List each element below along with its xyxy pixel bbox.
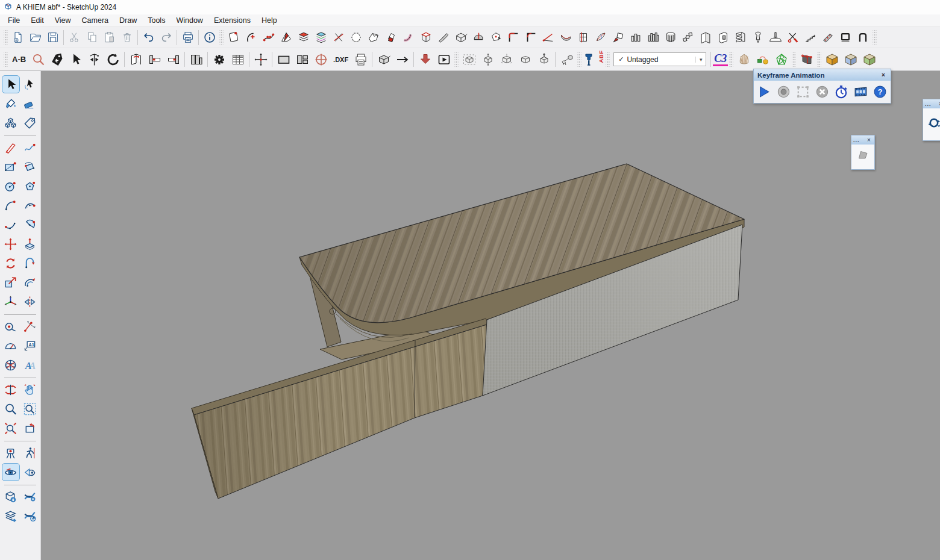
cube-orange-icon[interactable] xyxy=(822,50,841,69)
tool-text-3d[interactable]: AA xyxy=(21,356,39,374)
frame-monitor-icon[interactable] xyxy=(836,29,854,46)
tool-section-view[interactable] xyxy=(21,463,39,481)
kf-stopwatch-button[interactable] xyxy=(833,84,849,101)
band-curve-icon[interactable] xyxy=(557,29,574,46)
tool-tape-measure[interactable] xyxy=(2,317,20,335)
fold-panel-icon[interactable] xyxy=(697,29,714,46)
toolbar-grip-handle[interactable] xyxy=(792,52,796,67)
model-3d-view[interactable] xyxy=(41,71,940,560)
columns-b-icon[interactable] xyxy=(644,29,662,46)
angle-red-icon[interactable] xyxy=(539,29,557,46)
tool-eraser[interactable] xyxy=(21,95,39,113)
tool-arc-three-point[interactable] xyxy=(2,216,20,234)
tool-text[interactable]: A1 xyxy=(21,337,39,355)
cube-green-icon[interactable] xyxy=(860,50,879,69)
menu-window[interactable]: Window xyxy=(171,15,208,26)
cube-blue-icon[interactable] xyxy=(841,50,860,69)
box-iso-icon[interactable] xyxy=(374,50,393,69)
rotate-tool-icon[interactable] xyxy=(104,50,122,69)
move-point-icon[interactable] xyxy=(251,50,270,69)
undo-icon[interactable] xyxy=(140,29,157,46)
flat-arrow-icon[interactable] xyxy=(365,29,382,46)
chevron-down-icon[interactable]: ▾ xyxy=(695,57,706,63)
menu-edit[interactable]: Edit xyxy=(25,15,49,26)
menu-extensions[interactable]: Extensions xyxy=(208,15,256,26)
arc-plus-icon[interactable] xyxy=(242,29,260,46)
menu-file[interactable]: File xyxy=(2,15,25,26)
keyframe-panel-close-icon[interactable]: × xyxy=(880,72,887,78)
download-red-icon[interactable] xyxy=(416,50,434,69)
cube-dashed-icon[interactable] xyxy=(460,50,478,69)
tube-icon[interactable] xyxy=(400,29,417,46)
tool-pie[interactable] xyxy=(21,216,39,234)
columns-panel-icon[interactable] xyxy=(187,50,205,69)
clamp-right-icon[interactable] xyxy=(164,50,183,69)
tool-push-pull[interactable] xyxy=(21,235,39,253)
note-icon[interactable] xyxy=(225,29,242,46)
tool-dimensions[interactable] xyxy=(21,317,39,335)
curve-dots-icon[interactable] xyxy=(260,29,277,46)
tool-arc-two-point[interactable] xyxy=(2,196,20,214)
model-viewport[interactable] xyxy=(41,71,940,560)
kf-select-keys-button[interactable] xyxy=(795,84,811,101)
tool-rotate[interactable] xyxy=(2,254,20,272)
panels-layout-icon[interactable] xyxy=(293,50,312,69)
diamond-mesh-icon[interactable] xyxy=(772,50,791,69)
print-icon[interactable] xyxy=(179,29,196,46)
menu-help[interactable]: Help xyxy=(256,15,283,26)
cylinder-slats-icon[interactable] xyxy=(662,29,679,46)
redo-icon[interactable] xyxy=(157,29,175,46)
cut-icon[interactable] xyxy=(66,29,83,46)
mini-panel-shape-menu[interactable]: ... xyxy=(853,137,860,143)
tool-mirror-rotate[interactable] xyxy=(2,381,20,399)
paste-icon[interactable] xyxy=(101,29,118,46)
tool-scale[interactable] xyxy=(2,273,20,291)
tool-layers-export[interactable] xyxy=(2,507,20,525)
toolbar-grip-handle[interactable] xyxy=(606,52,610,67)
shell-tool-icon[interactable] xyxy=(735,50,753,69)
tag-filter-dropdown[interactable]: ✓Untagged▾ xyxy=(613,52,706,66)
tool-walk[interactable] xyxy=(21,444,39,462)
toolbar-grip-handle[interactable] xyxy=(454,52,459,67)
menu-view[interactable]: View xyxy=(49,15,77,26)
kf-play-button[interactable] xyxy=(757,84,772,101)
gear-icon[interactable] xyxy=(210,50,228,69)
stairs-section-icon[interactable] xyxy=(801,29,819,46)
clamp-left-icon[interactable] xyxy=(145,50,164,69)
stack-red-icon[interactable] xyxy=(295,29,312,46)
toolbar-grip-handle[interactable] xyxy=(873,30,877,45)
cube-solid-b-icon[interactable] xyxy=(516,50,534,69)
orbit-icon[interactable] xyxy=(927,116,940,132)
flip-horiz-icon[interactable] xyxy=(85,50,104,69)
ab-dimensions-button[interactable]: A-B xyxy=(9,50,29,69)
tool-rotated-rectangle[interactable] xyxy=(21,158,39,176)
cube-red-top-icon[interactable] xyxy=(417,29,434,46)
tool-line[interactable] xyxy=(2,138,20,157)
poly-shape-icon[interactable] xyxy=(856,148,870,165)
tool-axes-globe[interactable] xyxy=(2,356,20,374)
c3-logo-icon[interactable]: C3 xyxy=(713,50,728,69)
tool-position-camera[interactable] xyxy=(2,444,20,462)
sail-icon[interactable] xyxy=(592,29,609,46)
menu-camera[interactable]: Camera xyxy=(77,15,114,26)
toolbar-grip-handle[interactable] xyxy=(4,30,8,45)
cube-arrow-up-icon[interactable] xyxy=(534,50,553,69)
tool-previous-view[interactable] xyxy=(21,419,39,437)
cube-axis-v-icon[interactable] xyxy=(478,50,497,69)
staple-n-icon[interactable] xyxy=(854,29,871,46)
tool-overlap-b[interactable] xyxy=(21,507,39,525)
menu-draw[interactable]: Draw xyxy=(114,15,142,26)
poly-arrow-icon[interactable] xyxy=(487,29,504,46)
tool-look-around[interactable] xyxy=(2,463,20,481)
anchor-plate-icon[interactable] xyxy=(766,29,784,46)
tool-flip[interactable] xyxy=(21,293,39,311)
delete-icon[interactable] xyxy=(118,29,136,46)
mini-panel-shape-titlebar[interactable]: ... × xyxy=(851,135,874,145)
tool-overlap-a[interactable] xyxy=(21,488,39,506)
print-dxf-icon[interactable] xyxy=(351,50,370,69)
tool-grab-hand[interactable] xyxy=(21,381,39,399)
toolbar-grip-handle[interactable] xyxy=(729,52,733,67)
abf-drill-icon[interactable]: ABF xyxy=(583,50,604,69)
new-file-icon[interactable] xyxy=(9,29,27,46)
copy-icon[interactable] xyxy=(83,29,101,46)
